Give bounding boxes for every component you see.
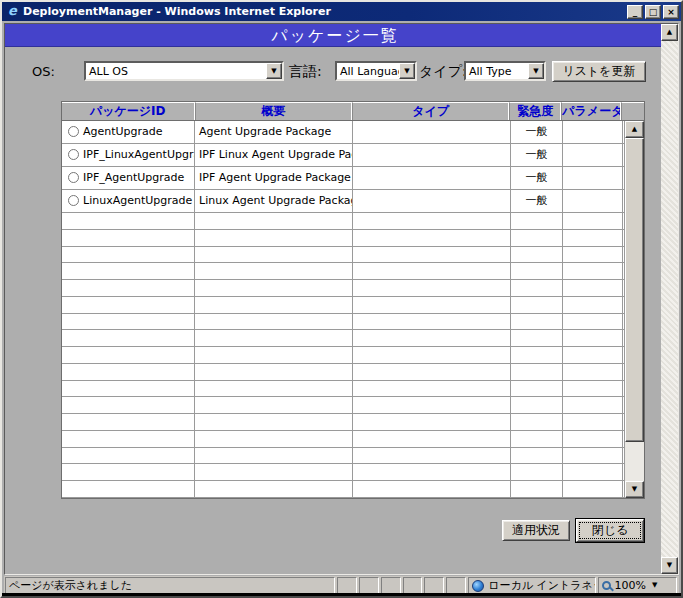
language-label: 言語: xyxy=(289,63,322,81)
table-row-empty xyxy=(62,213,626,230)
chevron-down-icon[interactable]: ▼ xyxy=(528,63,544,79)
os-selected-value: ALL OS xyxy=(86,65,266,78)
apply-status-button[interactable]: 適用状況 xyxy=(502,520,570,541)
zoom-level: 100% xyxy=(615,578,646,593)
table-row-empty xyxy=(62,464,626,481)
close-button[interactable]: × xyxy=(663,5,679,19)
table-row-empty xyxy=(62,347,626,364)
table-scrollbar[interactable]: ▲ ▼ xyxy=(624,121,644,498)
browser-viewport: パッケージ一覧 OS: ALL OS ▼ 言語: All Language ▼ … xyxy=(4,23,679,575)
table-row-empty xyxy=(62,381,626,398)
package-parameter xyxy=(563,167,623,189)
status-segment xyxy=(359,577,379,594)
package-urgency: 一般 xyxy=(511,121,563,143)
table-row[interactable]: IPF_AgentUpgrade IPF Agent Upgrade Packa… xyxy=(62,167,626,190)
security-zone-label: ローカル イントラネット xyxy=(488,578,595,593)
table-row-empty xyxy=(62,297,626,314)
window-bottom-edge xyxy=(2,593,681,596)
status-message: ページが表示されました xyxy=(5,577,335,594)
column-header-parameter[interactable]: パラメータ xyxy=(561,102,621,120)
minimize-button[interactable]: _ xyxy=(627,5,643,19)
table-row-empty xyxy=(62,397,626,414)
column-header-package-id[interactable]: パッケージID xyxy=(62,102,195,120)
os-select[interactable]: ALL OS ▼ xyxy=(84,61,284,81)
scroll-up-icon[interactable]: ▲ xyxy=(661,24,678,41)
package-type xyxy=(353,190,511,212)
package-urgency: 一般 xyxy=(511,190,563,212)
package-summary: Linux Agent Upgrade Package xyxy=(195,190,353,212)
status-segment xyxy=(446,577,466,594)
scrollbar-track[interactable] xyxy=(661,41,678,557)
table-row-empty xyxy=(62,330,626,347)
package-radio[interactable] xyxy=(68,195,79,206)
package-summary: IPF Agent Upgrade Package xyxy=(195,167,353,189)
table-body: AgentUpgrade Agent Upgrade Package 一般 IP… xyxy=(62,121,644,498)
package-urgency: 一般 xyxy=(511,167,563,189)
close-page-button-label: 閉じる xyxy=(579,522,641,539)
maximize-button[interactable]: □ xyxy=(645,5,661,19)
globe-icon xyxy=(472,580,484,592)
table-header-row: パッケージID 概要 タイプ 緊急度 パラメータ xyxy=(62,102,644,121)
package-type xyxy=(353,167,511,189)
close-page-button[interactable]: 閉じる xyxy=(576,519,644,542)
scroll-up-icon[interactable]: ▲ xyxy=(625,121,644,138)
package-summary: IPF Linux Agent Upgrade Package xyxy=(195,144,353,166)
ie-logo-icon: e xyxy=(5,4,20,19)
chevron-down-icon[interactable]: ▼ xyxy=(399,63,415,79)
table-row[interactable]: LinuxAgentUpgrade Linux Agent Upgrade Pa… xyxy=(62,190,626,213)
chevron-down-icon[interactable]: ▼ xyxy=(266,63,282,79)
package-radio[interactable] xyxy=(68,149,79,160)
column-header-spacer xyxy=(621,102,644,120)
scrollbar-thumb[interactable] xyxy=(625,138,644,442)
refresh-list-button[interactable]: リストを更新 xyxy=(552,61,646,82)
magnifier-icon xyxy=(602,581,611,590)
type-label: タイプ: xyxy=(419,63,467,81)
package-parameter xyxy=(563,144,623,166)
status-segment xyxy=(381,577,401,594)
security-zone-pane: ローカル イントラネット xyxy=(468,577,595,594)
table-row[interactable]: AgentUpgrade Agent Upgrade Package 一般 xyxy=(62,121,626,144)
column-header-urgency[interactable]: 緊急度 xyxy=(509,102,561,120)
scrollbar-track[interactable] xyxy=(625,442,644,481)
package-id: IPF_AgentUpgrade xyxy=(83,171,184,184)
column-header-summary[interactable]: 概要 xyxy=(195,102,352,120)
scroll-down-icon[interactable]: ▼ xyxy=(625,481,644,498)
browser-scrollbar[interactable]: ▲ ▼ xyxy=(661,24,678,574)
table-row-empty xyxy=(62,230,626,247)
package-radio[interactable] xyxy=(68,126,79,137)
zoom-control[interactable]: 100% ▼ xyxy=(598,577,678,594)
package-id: AgentUpgrade xyxy=(83,125,163,138)
table-row-empty xyxy=(62,431,626,448)
language-select[interactable]: All Language ▼ xyxy=(335,61,417,81)
title-bar[interactable]: e DeploymentManager - Windows Internet E… xyxy=(2,2,681,21)
page-body: パッケージ一覧 OS: ALL OS ▼ 言語: All Language ▼ … xyxy=(5,24,661,574)
table-row-empty xyxy=(62,263,626,280)
package-type xyxy=(353,121,511,143)
package-summary: Agent Upgrade Package xyxy=(195,121,353,143)
page-title: パッケージ一覧 xyxy=(5,24,661,47)
table-row-empty xyxy=(62,314,626,331)
status-segment xyxy=(424,577,444,594)
chevron-down-icon: ▼ xyxy=(652,578,657,593)
status-segment xyxy=(337,577,357,594)
scroll-down-icon[interactable]: ▼ xyxy=(661,557,678,574)
package-id: LinuxAgentUpgrade xyxy=(83,194,192,207)
package-type xyxy=(353,144,511,166)
package-id: IPF_LinuxAgentUpgrade xyxy=(83,148,195,161)
package-table: パッケージID 概要 タイプ 緊急度 パラメータ AgentUpgrade Ag… xyxy=(61,101,645,499)
column-header-type[interactable]: タイプ xyxy=(352,102,509,120)
table-row-empty xyxy=(62,280,626,297)
table-row-empty xyxy=(62,414,626,431)
table-row-empty xyxy=(62,364,626,381)
window-title: DeploymentManager - Windows Internet Exp… xyxy=(23,5,627,18)
type-select[interactable]: All Type ▼ xyxy=(464,61,546,81)
table-row[interactable]: IPF_LinuxAgentUpgrade IPF Linux Agent Up… xyxy=(62,144,626,167)
package-urgency: 一般 xyxy=(511,144,563,166)
os-label: OS: xyxy=(32,64,55,79)
browser-window: e DeploymentManager - Windows Internet E… xyxy=(0,0,683,598)
package-radio[interactable] xyxy=(68,172,79,183)
language-selected-value: All Language xyxy=(337,65,399,78)
type-selected-value: All Type xyxy=(466,65,528,78)
package-parameter xyxy=(563,190,623,212)
package-parameter xyxy=(563,121,623,143)
